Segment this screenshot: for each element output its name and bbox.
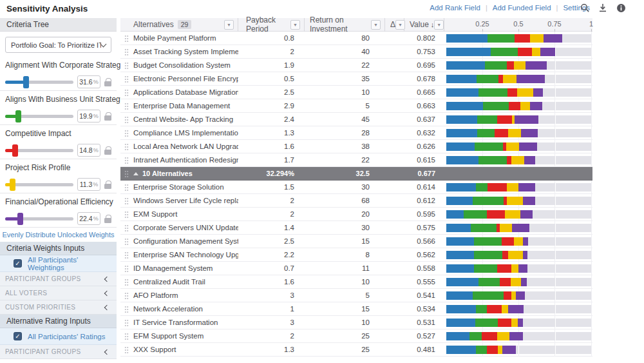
drag-handle-icon[interactable] xyxy=(124,224,129,231)
table-row[interactable]: AFO Platform 3 5 0.541 xyxy=(120,289,592,302)
bar-segment-project-risk-profile xyxy=(517,88,533,97)
sidebar-item-all-voters[interactable]: ALL VOTERS xyxy=(0,286,117,300)
all-participants-weightings-row[interactable]: ✓ All Participants' Weightings xyxy=(0,255,117,272)
drag-handle-icon[interactable] xyxy=(124,265,129,272)
table-row[interactable]: Central Website- App Tracking 2.4 45 0.6… xyxy=(120,113,592,126)
drag-handle-icon[interactable] xyxy=(124,211,129,218)
drag-handle-icon[interactable] xyxy=(124,279,129,286)
drag-handle-icon[interactable] xyxy=(124,184,129,191)
table-row[interactable]: Centralized Audit Trail 1.6 10 0.555 xyxy=(120,275,592,289)
table-row[interactable]: Windows Server Life Cycle replacement 2 … xyxy=(120,194,592,208)
lock-icon[interactable] xyxy=(104,218,111,223)
value-column-header[interactable]: Value ↓ ▼ xyxy=(404,18,444,32)
drag-handle-icon[interactable] xyxy=(124,48,129,55)
filter-icon[interactable]: ▼ xyxy=(434,20,444,30)
table-row[interactable]: EXM Support 2 20 0.595 xyxy=(120,208,592,221)
drag-handle-icon[interactable] xyxy=(124,306,129,313)
slider-handle[interactable] xyxy=(10,179,15,191)
table-row[interactable]: Budget Consolidation System 1.9 22 0.695 xyxy=(120,59,592,72)
delta-column-header[interactable]: Δ ▼ xyxy=(385,18,404,32)
table-row[interactable]: Applications Database Migration 2.5 10 0… xyxy=(120,86,592,99)
table-row[interactable]: Enterprise Storage Solution 1.5 30 0.614 xyxy=(120,181,592,194)
table-row[interactable]: Asset Tracking System Implementation 2 4… xyxy=(120,45,592,59)
table-row[interactable]: ID Management System 0.7 11 0.558 xyxy=(120,262,592,275)
add-funded-field-link[interactable]: Add Funded Field xyxy=(493,4,551,12)
table-row[interactable]: Network Acceleration 1 15 0.534 xyxy=(120,302,592,316)
table-row[interactable]: Compliance LMS Implementation 1.3 28 0.6… xyxy=(120,126,592,140)
checkbox-checked-icon[interactable]: ✓ xyxy=(14,332,22,340)
weight-value-box[interactable]: 31.6% xyxy=(77,75,100,88)
weight-value-box[interactable]: 22.4% xyxy=(77,212,100,225)
lock-icon[interactable] xyxy=(104,184,111,189)
goal-dropdown-wrap: Portfolio Goal: To Prioritize IT Progr..… xyxy=(0,32,117,57)
drag-handle-icon[interactable] xyxy=(124,103,129,110)
sidebar-item-participant-groups-ratings[interactable]: PARTICIPANT GROUPS xyxy=(0,345,117,359)
collapse-triangle-icon[interactable] xyxy=(133,172,138,175)
drag-handle-icon[interactable] xyxy=(124,116,129,123)
table-row[interactable]: Local Area Network LAN Upgrade 1.6 38 0.… xyxy=(120,140,592,153)
slider-track[interactable] xyxy=(5,149,73,152)
portfolio-goal-dropdown[interactable]: Portfolio Goal: To Prioritize IT Progr..… xyxy=(5,37,111,53)
slider-track[interactable] xyxy=(5,81,73,84)
drag-handle-icon[interactable] xyxy=(124,170,129,177)
drag-handle-icon[interactable] xyxy=(124,319,129,326)
value-cell: 0.531 xyxy=(404,316,444,329)
drag-handle-icon[interactable] xyxy=(124,251,129,259)
weight-value-box[interactable]: 19.9% xyxy=(77,110,100,123)
slider-handle[interactable] xyxy=(17,213,23,225)
slider-handle[interactable] xyxy=(15,110,21,123)
slider-track[interactable] xyxy=(5,115,73,118)
table-row[interactable]: Configuration Management System 2.5 15 0… xyxy=(120,235,592,248)
checkbox-checked-icon[interactable]: ✓ xyxy=(14,259,22,268)
weight-value-box[interactable]: 14.8% xyxy=(77,144,100,157)
table-row[interactable]: EFM Support System 2 25 0.527 xyxy=(120,329,592,343)
drag-handle-icon[interactable] xyxy=(124,333,129,340)
weight-value-box[interactable]: 11.3% xyxy=(77,178,100,191)
drag-handle-icon[interactable] xyxy=(124,292,129,299)
alternatives-column-header[interactable]: Alternatives 29 ▼ xyxy=(132,18,238,32)
drag-handle-icon[interactable] xyxy=(124,197,129,204)
filter-icon[interactable]: ▼ xyxy=(290,20,300,30)
lock-icon[interactable] xyxy=(104,115,111,121)
slider-handle[interactable] xyxy=(23,76,29,88)
table-row[interactable]: Enterprise SAN Technology Upgrade 2.2 8 … xyxy=(120,248,592,262)
add-rank-field-link[interactable]: Add Rank Field xyxy=(430,4,480,12)
drag-handle-icon[interactable] xyxy=(124,238,129,245)
filter-icon[interactable]: ▼ xyxy=(224,20,234,30)
table-row[interactable]: Electronic Personnel File Encrypted Ba..… xyxy=(120,72,592,86)
table-row[interactable]: Corporate Servers UNIX Update 1.4 30 0.5… xyxy=(120,221,592,235)
slider-track[interactable] xyxy=(5,217,73,221)
info-icon[interactable] xyxy=(616,3,626,13)
table-row[interactable]: Enterprise Data Management 2.9 5 0.663 xyxy=(120,99,592,113)
table-row[interactable]: IT Service Transformation 3 10 0.531 xyxy=(120,316,592,329)
slider-track[interactable] xyxy=(5,183,73,186)
download-icon[interactable] xyxy=(598,3,608,13)
drag-handle-icon[interactable] xyxy=(124,62,129,69)
sidebar-item-participant-groups[interactable]: PARTICIPANT GROUPS xyxy=(0,272,117,286)
group-summary-row[interactable]: 10 Alternatives 32.294% 32.5 0.677 xyxy=(120,167,592,181)
drag-handle-icon[interactable] xyxy=(124,35,129,42)
value-cell: 0.534 xyxy=(404,302,444,316)
table-row[interactable]: XXX Support 1.3 25 0.481 xyxy=(120,343,592,357)
filter-icon[interactable]: ▼ xyxy=(371,20,381,30)
drag-handle-icon[interactable] xyxy=(124,157,129,164)
all-participants-ratings-row[interactable]: ✓ All Participants' Ratings xyxy=(0,328,117,345)
lock-icon[interactable] xyxy=(104,150,111,155)
table-row[interactable]: Mobile Payment Platform 0.8 80 0.802 xyxy=(120,32,592,45)
drag-handle-icon[interactable] xyxy=(124,143,129,150)
payback-period-column-header[interactable]: Payback Period ▼ xyxy=(238,18,305,32)
sidebar-item-custom-priorities[interactable]: CUSTOM PRIORITIES xyxy=(0,300,117,315)
filter-icon[interactable]: ▼ xyxy=(395,20,405,30)
chevron-left-icon xyxy=(104,349,109,354)
slider-handle[interactable] xyxy=(12,144,18,157)
value-cell: 0.481 xyxy=(404,343,444,357)
evenly-distribute-link[interactable]: Evenly Distribute Unlocked Weights xyxy=(0,228,117,242)
drag-handle-icon[interactable] xyxy=(124,130,129,137)
lock-icon[interactable] xyxy=(104,81,111,86)
drag-handle-icon[interactable] xyxy=(124,89,129,96)
search-icon[interactable] xyxy=(580,3,590,13)
drag-handle-icon[interactable] xyxy=(124,75,129,83)
table-row[interactable]: Intranet Authentication Redesign 1.7 22 … xyxy=(120,153,592,167)
roi-column-header[interactable]: Return on Investment ▼ xyxy=(305,18,385,32)
drag-handle-icon[interactable] xyxy=(124,346,129,353)
